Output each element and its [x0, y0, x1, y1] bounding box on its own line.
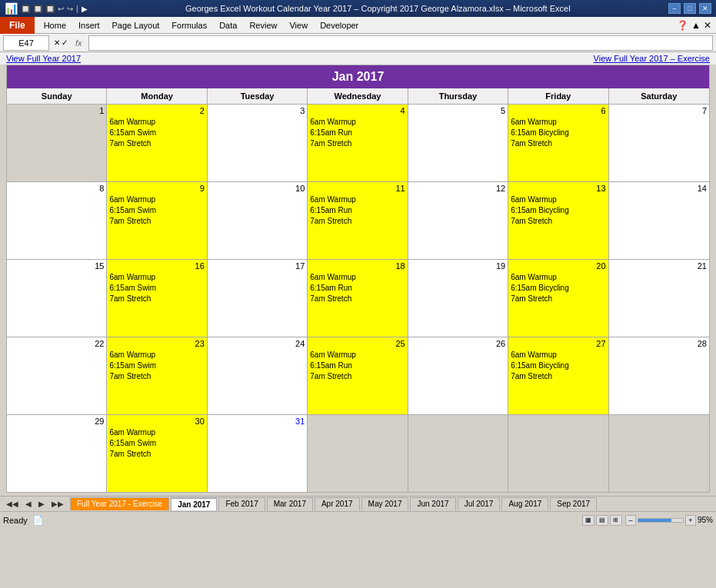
- view-full-year-right[interactable]: View Full Year 2017 – Exercise: [594, 54, 710, 63]
- tab-navigation[interactable]: ◀◀ ◀ ▶ ▶▶: [0, 498, 70, 510]
- calendar-cell[interactable]: 3: [208, 105, 308, 181]
- normal-view-icon[interactable]: ▦: [582, 515, 594, 526]
- cell-day-number: 31: [210, 417, 305, 426]
- workout-entry: 6am Warmup: [109, 194, 204, 205]
- workout-entry: 7am Stretch: [310, 294, 405, 304]
- sheet-tab-2[interactable]: Feb 2017: [218, 497, 265, 510]
- workout-entry: 6am Warmup: [109, 350, 204, 360]
- day-header-sunday: Sunday: [7, 88, 107, 104]
- sheet-tab-7[interactable]: Jul 2017: [458, 497, 501, 510]
- workout-entry: 6:15am Swim: [109, 360, 204, 371]
- sheet-tabs-area: ◀◀ ◀ ▶ ▶▶ Full Year 2017 - ExerciseJan 2…: [0, 496, 716, 511]
- minimize-ribbon-icon[interactable]: ▲: [691, 20, 701, 31]
- calendar-cell[interactable]: 166am Warmup6:15am Swim7am Stretch: [107, 260, 207, 337]
- tab-next-icon[interactable]: ▶: [35, 498, 48, 510]
- calendar-week-5: 29306am Warmup6:15am Swim7am Stretch31: [7, 415, 709, 492]
- view-menu[interactable]: View: [283, 17, 314, 34]
- view-mode-icons[interactable]: ▦ ▤ ⊞: [582, 515, 622, 526]
- cell-day-number: 7: [611, 106, 707, 115]
- calendar-cell[interactable]: 26am Warmup6:15am Swim7am Stretch: [107, 105, 207, 181]
- workout-entry: 6:15am Run: [310, 283, 405, 294]
- calendar-cell[interactable]: 1: [7, 105, 107, 181]
- calendar-cell[interactable]: 21: [609, 260, 709, 337]
- calendar-cell[interactable]: 17: [208, 260, 308, 337]
- zoom-in-button[interactable]: +: [685, 515, 696, 526]
- cancel-formula-icon[interactable]: ✕: [54, 38, 60, 47]
- calendar-cell[interactable]: 26: [408, 337, 508, 414]
- sheet-tab-5[interactable]: May 2017: [361, 497, 409, 510]
- calendar-cell[interactable]: [609, 415, 709, 492]
- cell-reference[interactable]: E47: [3, 35, 49, 51]
- view-full-year-left[interactable]: View Full Year 2017: [6, 54, 81, 63]
- formula-input[interactable]: [88, 35, 713, 51]
- calendar-cell[interactable]: 22: [7, 337, 107, 414]
- calendar-cell[interactable]: 28: [609, 337, 709, 414]
- window-controls[interactable]: – □ ✕: [668, 3, 711, 14]
- maximize-button[interactable]: □: [684, 3, 696, 14]
- calendar-cell[interactable]: 5: [408, 105, 508, 181]
- confirm-formula-icon[interactable]: ✓: [62, 38, 68, 47]
- home-menu[interactable]: Home: [38, 17, 72, 34]
- workout-entry: 6am Warmup: [310, 350, 405, 360]
- calendar-cell[interactable]: 10: [208, 182, 308, 259]
- zoom-controls[interactable]: – + 95%: [625, 515, 713, 526]
- help-icon[interactable]: ❓: [677, 20, 688, 31]
- sheet-tab-1[interactable]: Jan 2017: [171, 497, 217, 510]
- sheet-tab-8[interactable]: Aug 2017: [501, 497, 548, 510]
- sheet-tab-6[interactable]: Jun 2017: [410, 497, 455, 510]
- calendar-cell[interactable]: 136am Warmup6:15am Bicycling7am Stretch: [508, 182, 608, 259]
- formulas-menu[interactable]: Formulas: [165, 17, 213, 34]
- formula-bar: E47 ✕ ✓ fx: [0, 34, 716, 52]
- day-header-saturday: Saturday: [609, 88, 709, 104]
- calendar-day-headers: Sunday Monday Tuesday Wednesday Thursday…: [7, 88, 709, 105]
- status-left: Ready 📄: [3, 515, 44, 526]
- calendar-cell[interactable]: 116am Warmup6:15am Run7am Stretch: [308, 182, 408, 259]
- page-layout-view-icon[interactable]: ▤: [596, 515, 608, 526]
- calendar-cell[interactable]: 15: [7, 260, 107, 337]
- calendar-cell[interactable]: 66am Warmup6:15am Bicycling7am Stretch: [508, 105, 608, 181]
- calendar-cell[interactable]: 256am Warmup6:15am Run7am Stretch: [308, 337, 408, 414]
- calendar-week-2: 896am Warmup6:15am Swim7am Stretch10116a…: [7, 182, 709, 260]
- page-layout-menu[interactable]: Page Layout: [106, 17, 166, 34]
- tab-first-icon[interactable]: ◀◀: [3, 498, 22, 510]
- calendar-cell[interactable]: 29: [7, 415, 107, 492]
- sheet-tab-9[interactable]: Sep 2017: [550, 497, 597, 510]
- day-header-wednesday: Wednesday: [308, 88, 408, 104]
- tab-prev-icon[interactable]: ◀: [22, 498, 35, 510]
- calendar-cell[interactable]: [308, 415, 408, 492]
- calendar-cell[interactable]: 206am Warmup6:15am Bicycling7am Stretch: [508, 260, 608, 337]
- calendar-cell[interactable]: 19: [408, 260, 508, 337]
- calendar-cell[interactable]: 8: [7, 182, 107, 259]
- calendar-cell[interactable]: 96am Warmup6:15am Swim7am Stretch: [107, 182, 207, 259]
- sheet-tab-0[interactable]: Full Year 2017 - Exercise: [70, 497, 169, 510]
- insert-menu[interactable]: Insert: [72, 17, 106, 34]
- tab-last-icon[interactable]: ▶▶: [48, 498, 67, 510]
- data-menu[interactable]: Data: [213, 17, 243, 34]
- calendar-cell[interactable]: 46am Warmup6:15am Run7am Stretch: [308, 105, 408, 181]
- sheet-tab-3[interactable]: Mar 2017: [267, 497, 313, 510]
- calendar-cell[interactable]: [508, 415, 608, 492]
- calendar-cell[interactable]: 276am Warmup6:15am Bicycling7am Stretch: [508, 337, 608, 414]
- developer-menu[interactable]: Developer: [314, 17, 365, 34]
- calendar-cell[interactable]: 306am Warmup6:15am Swim7am Stretch: [107, 415, 207, 492]
- calendar-cell[interactable]: 236am Warmup6:15am Swim7am Stretch: [107, 337, 207, 414]
- calendar-cell[interactable]: 24: [208, 337, 308, 414]
- calendar-cell[interactable]: 31: [208, 415, 308, 492]
- workout-entry: 7am Stretch: [109, 371, 204, 382]
- cell-day-number: 2: [109, 106, 204, 115]
- page-break-view-icon[interactable]: ⊞: [610, 515, 622, 526]
- zoom-slider[interactable]: [638, 518, 684, 523]
- calendar-cell[interactable]: 12: [408, 182, 508, 259]
- workout-entry: 7am Stretch: [511, 371, 605, 382]
- close-button[interactable]: ✕: [699, 3, 711, 14]
- minimize-button[interactable]: –: [668, 3, 681, 14]
- calendar-cell[interactable]: 186am Warmup6:15am Run7am Stretch: [308, 260, 408, 337]
- zoom-out-button[interactable]: –: [625, 515, 636, 526]
- calendar-cell[interactable]: 7: [609, 105, 709, 181]
- calendar-cell[interactable]: [408, 415, 508, 492]
- sheet-tab-4[interactable]: Apr 2017: [315, 497, 360, 510]
- review-menu[interactable]: Review: [243, 17, 283, 34]
- calendar-cell[interactable]: 14: [609, 182, 709, 259]
- file-menu[interactable]: File: [0, 17, 35, 34]
- close-ribbon-icon[interactable]: ✕: [704, 20, 711, 31]
